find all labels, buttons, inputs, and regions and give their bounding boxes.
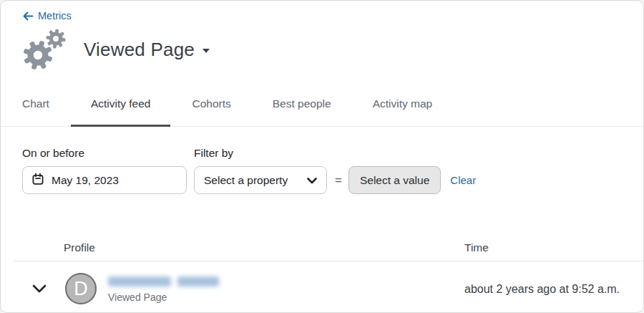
row-time-value: about 2 years ago at 9:52 a.m.: [464, 283, 620, 296]
caret-down-icon: [203, 49, 210, 53]
back-to-metrics-link[interactable]: Metrics: [22, 10, 72, 21]
gears-icon: [21, 29, 67, 69]
metrics-activity-feed-page: Metrics: [0, 0, 644, 313]
date-filter-group: On or before May 19, 2023: [22, 147, 187, 194]
property-filter-group: Filter by Select a property: [187, 147, 327, 194]
metric-header: Viewed Page: [21, 29, 210, 69]
property-filter-label: Filter by: [194, 147, 327, 160]
date-filter-label: On or before: [22, 147, 187, 160]
row-expander-chevron-down-icon[interactable]: [32, 283, 47, 296]
column-header-time: Time: [464, 241, 489, 254]
property-select-value: Select a property: [204, 174, 288, 187]
clear-filter-link[interactable]: Clear: [450, 166, 476, 194]
arrow-left-icon: [22, 11, 34, 21]
redacted-profile-name[interactable]: [108, 276, 219, 286]
back-link-label: Metrics: [38, 10, 72, 21]
select-value-button[interactable]: Select a value: [348, 166, 441, 194]
filter-bar: On or before May 19, 2023 Filter by Sele…: [22, 147, 476, 194]
tab-chart[interactable]: Chart: [2, 88, 69, 126]
row-event-label: Viewed Page: [108, 292, 167, 303]
tab-bar: Chart Activity feed Cohorts Best people …: [1, 88, 643, 127]
equals-operator: =: [335, 166, 342, 194]
tab-activity-map[interactable]: Activity map: [353, 88, 453, 126]
calendar-icon: [31, 173, 44, 188]
page-title: Viewed Page: [84, 39, 195, 61]
date-value: May 19, 2023: [52, 174, 119, 187]
date-input[interactable]: May 19, 2023: [22, 166, 187, 194]
column-header-profile: Profile: [64, 241, 95, 254]
avatar: D: [65, 273, 97, 304]
tab-best-people[interactable]: Best people: [253, 88, 351, 126]
chevron-down-icon: [307, 174, 317, 187]
tab-activity-feed[interactable]: Activity feed: [71, 88, 171, 126]
metric-title-dropdown[interactable]: Viewed Page: [84, 39, 210, 61]
tab-cohorts[interactable]: Cohorts: [172, 88, 250, 126]
property-select[interactable]: Select a property: [194, 166, 327, 194]
table-header-divider: [14, 261, 643, 261]
